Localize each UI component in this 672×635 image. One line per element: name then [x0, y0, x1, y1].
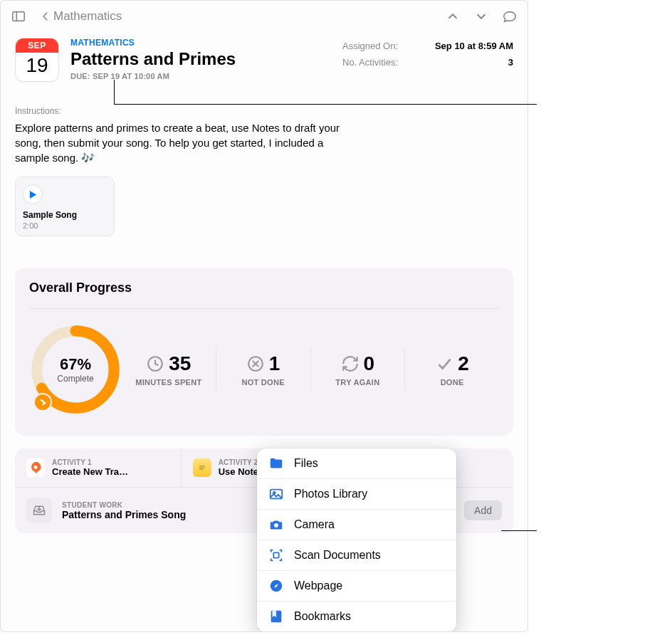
bookmark-icon: [268, 609, 284, 624]
activities-count-value: 3: [508, 57, 513, 68]
stat-not-done: 1 NOT DONE: [216, 348, 310, 391]
not-done-icon: [246, 355, 265, 373]
clock-icon: [146, 355, 164, 373]
calendar-month: SEP: [16, 38, 58, 53]
popover-item-webpage[interactable]: Webpage: [257, 571, 456, 602]
add-source-popover: Files Photos Library Camera Scan Documen…: [257, 448, 456, 632]
inbox-icon: [26, 498, 52, 523]
chevron-up-icon[interactable]: [445, 9, 461, 24]
stat-done: 2 DONE: [404, 348, 499, 391]
calendar-icon: SEP 19: [15, 38, 59, 82]
svg-marker-2: [30, 191, 36, 199]
toolbar: Mathematics: [1, 1, 527, 32]
instructions-text: Explore patterns and primes to create a …: [15, 120, 357, 165]
assigned-on-value: Sep 10 at 8:59 AM: [435, 41, 513, 51]
garageband-icon: [26, 458, 45, 477]
subject-label: MATHEMATICS: [70, 38, 331, 48]
sidebar-toggle-icon[interactable]: [11, 9, 26, 24]
back-button[interactable]: Mathematics: [39, 9, 122, 23]
callout-leader: [501, 530, 537, 531]
svg-rect-17: [273, 552, 278, 557]
assignment-header: SEP 19 MATHEMATICS Patterns and Primes D…: [15, 38, 513, 82]
callout-leader: [114, 104, 537, 105]
overall-progress-title: Overall Progress: [29, 280, 499, 295]
add-button[interactable]: Add: [464, 500, 502, 520]
stat-try-again: 0 TRY AGAIN: [310, 348, 405, 391]
student-work-title: Patterns and Primes Song: [62, 509, 186, 520]
popover-item-bookmarks[interactable]: Bookmarks: [257, 602, 456, 632]
svg-point-16: [274, 523, 278, 528]
progress-percent: 67%: [60, 355, 91, 374]
sample-song-card[interactable]: Sample Song 2:00: [15, 177, 115, 236]
play-icon[interactable]: [23, 184, 43, 204]
calendar-day: 19: [16, 53, 58, 77]
scan-icon: [268, 547, 284, 563]
stat-minutes-spent: 35 MINUTES SPENT: [122, 348, 216, 391]
due-label: DUE: SEP 19 AT 10:00 AM: [70, 72, 331, 80]
overall-progress-card: Overall Progress 67% Complete: [15, 268, 513, 436]
app-window: Mathematics SEP 19 MATHEMATICS Patterns …: [0, 0, 528, 632]
popover-arrow-icon: [456, 525, 456, 538]
popover-item-scan[interactable]: Scan Documents: [257, 540, 456, 571]
student-work-overline: STUDENT WORK: [62, 501, 186, 509]
check-icon: [435, 355, 453, 373]
comment-icon[interactable]: [502, 9, 518, 24]
progress-complete-label: Complete: [57, 374, 93, 384]
back-label: Mathematics: [53, 9, 122, 23]
activities-count-label: No. Activities:: [342, 57, 398, 68]
popover-item-files[interactable]: Files: [257, 448, 456, 479]
svg-rect-0: [13, 12, 25, 21]
photos-icon: [268, 486, 284, 502]
check-badge-icon: [33, 393, 52, 411]
popover-item-photos[interactable]: Photos Library: [257, 479, 456, 510]
popover-item-camera[interactable]: Camera: [257, 510, 456, 540]
svg-point-9: [34, 466, 38, 469]
assigned-on-label: Assigned On:: [342, 41, 398, 51]
folder-icon: [268, 456, 284, 471]
camera-icon: [268, 517, 284, 532]
notes-icon: [193, 458, 211, 477]
sample-title: Sample Song: [23, 210, 107, 220]
retry-icon: [341, 355, 359, 373]
assignment-title: Patterns and Primes: [70, 49, 331, 69]
progress-donut: 67% Complete: [29, 323, 122, 416]
callout-leader: [114, 80, 115, 104]
chevron-down-icon[interactable]: [473, 9, 489, 24]
sample-duration: 2:00: [23, 221, 107, 230]
activity-item-1[interactable]: ACTIVITY 1 Create New Tra…: [15, 448, 182, 487]
safari-icon: [268, 578, 284, 594]
instructions-label: Instructions:: [15, 106, 513, 116]
